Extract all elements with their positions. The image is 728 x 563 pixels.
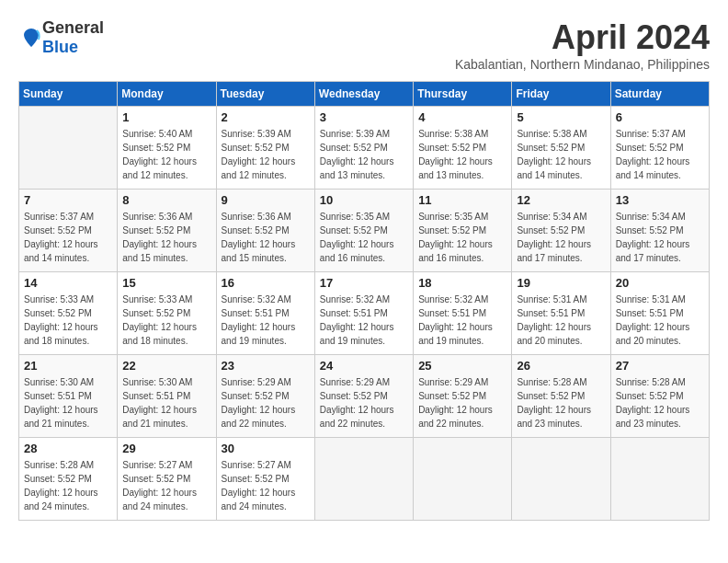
daylight-text-2: and 21 minutes.: [122, 417, 210, 431]
calendar-cell: 21Sunrise: 5:30 AMSunset: 5:51 PMDayligh…: [19, 355, 118, 438]
sunrise-text: Sunrise: 5:28 AM: [24, 458, 112, 472]
daylight-text: Daylight: 12 hours: [24, 320, 112, 334]
day-info: Sunrise: 5:39 AMSunset: 5:52 PMDaylight:…: [320, 127, 408, 182]
sunrise-text: Sunrise: 5:31 AM: [517, 293, 605, 306]
sunset-text: Sunset: 5:52 PM: [222, 224, 310, 237]
day-info: Sunrise: 5:35 AMSunset: 5:52 PMDaylight:…: [418, 210, 506, 265]
daylight-text-2: and 24 minutes.: [24, 500, 112, 513]
sunset-text: Sunset: 5:52 PM: [24, 472, 112, 486]
day-number: 8: [122, 193, 210, 207]
calendar-cell: 19Sunrise: 5:31 AMSunset: 5:51 PMDayligh…: [512, 272, 610, 355]
sunset-text: Sunset: 5:52 PM: [616, 389, 704, 403]
daylight-text-2: and 16 minutes.: [418, 251, 506, 265]
day-number: 9: [222, 193, 310, 207]
daylight-text: Daylight: 12 hours: [616, 155, 704, 168]
sunrise-text: Sunrise: 5:29 AM: [320, 375, 408, 389]
daylight-text: Daylight: 12 hours: [122, 486, 210, 500]
day-number: 10: [320, 193, 408, 207]
day-info: Sunrise: 5:36 AMSunset: 5:52 PMDaylight:…: [222, 210, 310, 265]
day-number: 19: [517, 276, 605, 290]
sunrise-text: Sunrise: 5:28 AM: [616, 375, 704, 389]
daylight-text-2: and 22 minutes.: [418, 417, 506, 431]
sunrise-text: Sunrise: 5:33 AM: [24, 293, 112, 306]
daylight-text: Daylight: 12 hours: [222, 486, 310, 500]
daylight-text-2: and 14 minutes.: [517, 168, 605, 182]
daylight-text: Daylight: 12 hours: [517, 320, 605, 334]
sunrise-text: Sunrise: 5:34 AM: [517, 210, 605, 224]
daylight-text-2: and 19 minutes.: [320, 334, 408, 348]
daylight-text: Daylight: 12 hours: [616, 237, 704, 251]
daylight-text-2: and 17 minutes.: [517, 251, 605, 265]
day-info: Sunrise: 5:27 AMSunset: 5:52 PMDaylight:…: [122, 458, 210, 513]
sunrise-text: Sunrise: 5:29 AM: [418, 375, 506, 389]
sunset-text: Sunset: 5:52 PM: [517, 389, 605, 403]
sunrise-text: Sunrise: 5:39 AM: [222, 127, 310, 141]
sunrise-text: Sunrise: 5:27 AM: [222, 458, 310, 472]
calendar-cell: [314, 438, 413, 521]
day-info: Sunrise: 5:27 AMSunset: 5:52 PMDaylight:…: [222, 458, 310, 513]
daylight-text: Daylight: 12 hours: [122, 155, 210, 168]
sunset-text: Sunset: 5:52 PM: [122, 472, 210, 486]
sunrise-text: Sunrise: 5:38 AM: [517, 127, 605, 141]
sunset-text: Sunset: 5:52 PM: [517, 224, 605, 237]
day-info: Sunrise: 5:35 AMSunset: 5:52 PMDaylight:…: [320, 210, 408, 265]
sunset-text: Sunset: 5:51 PM: [517, 306, 605, 320]
calendar-cell: 23Sunrise: 5:29 AMSunset: 5:52 PMDayligh…: [216, 355, 314, 438]
calendar-cell: 16Sunrise: 5:32 AMSunset: 5:51 PMDayligh…: [216, 272, 314, 355]
daylight-text-2: and 12 minutes.: [122, 168, 210, 182]
sunset-text: Sunset: 5:52 PM: [222, 472, 310, 486]
calendar-cell: 2Sunrise: 5:39 AMSunset: 5:52 PMDaylight…: [216, 107, 314, 190]
week-row-4: 28Sunrise: 5:28 AMSunset: 5:52 PMDayligh…: [19, 438, 710, 521]
daylight-text-2: and 12 minutes.: [222, 168, 310, 182]
daylight-text-2: and 19 minutes.: [222, 334, 310, 348]
weekday-header-monday: Monday: [118, 82, 216, 107]
daylight-text-2: and 13 minutes.: [320, 168, 408, 182]
calendar-cell: 20Sunrise: 5:31 AMSunset: 5:51 PMDayligh…: [610, 272, 709, 355]
sunset-text: Sunset: 5:52 PM: [418, 389, 506, 403]
sunset-text: Sunset: 5:52 PM: [24, 306, 112, 320]
daylight-text: Daylight: 12 hours: [320, 403, 408, 417]
day-number: 26: [517, 359, 605, 373]
day-number: 30: [222, 442, 310, 455]
calendar-cell: 8Sunrise: 5:36 AMSunset: 5:52 PMDaylight…: [118, 190, 216, 272]
calendar-cell: 6Sunrise: 5:37 AMSunset: 5:52 PMDaylight…: [610, 107, 709, 190]
sunrise-text: Sunrise: 5:36 AM: [222, 210, 310, 224]
daylight-text: Daylight: 12 hours: [122, 237, 210, 251]
sunset-text: Sunset: 5:52 PM: [616, 141, 704, 155]
day-info: Sunrise: 5:36 AMSunset: 5:52 PMDaylight:…: [122, 210, 210, 265]
weekday-header-sunday: Sunday: [19, 82, 118, 107]
day-number: 15: [122, 276, 210, 290]
daylight-text: Daylight: 12 hours: [616, 320, 704, 334]
sunset-text: Sunset: 5:52 PM: [222, 389, 310, 403]
day-info: Sunrise: 5:32 AMSunset: 5:51 PMDaylight:…: [320, 293, 408, 348]
sunset-text: Sunset: 5:52 PM: [418, 141, 506, 155]
day-info: Sunrise: 5:38 AMSunset: 5:52 PMDaylight:…: [517, 127, 605, 182]
sunrise-text: Sunrise: 5:27 AM: [122, 458, 210, 472]
day-number: 28: [24, 442, 112, 455]
calendar-cell: [512, 438, 610, 521]
weekday-header-thursday: Thursday: [414, 82, 512, 107]
day-number: 24: [320, 359, 408, 373]
calendar-cell: 24Sunrise: 5:29 AMSunset: 5:52 PMDayligh…: [314, 355, 413, 438]
calendar-cell: 14Sunrise: 5:33 AMSunset: 5:52 PMDayligh…: [19, 272, 118, 355]
sunset-text: Sunset: 5:52 PM: [24, 224, 112, 237]
daylight-text: Daylight: 12 hours: [517, 237, 605, 251]
day-number: 1: [122, 110, 210, 124]
month-title: April 2024: [455, 18, 710, 57]
daylight-text-2: and 15 minutes.: [122, 251, 210, 265]
sunset-text: Sunset: 5:52 PM: [320, 224, 408, 237]
daylight-text-2: and 20 minutes.: [517, 334, 605, 348]
day-number: 14: [24, 276, 112, 290]
calendar-cell: 29Sunrise: 5:27 AMSunset: 5:52 PMDayligh…: [118, 438, 216, 521]
calendar-cell: 28Sunrise: 5:28 AMSunset: 5:52 PMDayligh…: [19, 438, 118, 521]
daylight-text-2: and 19 minutes.: [418, 334, 506, 348]
calendar-cell: [19, 107, 118, 190]
calendar-cell: 9Sunrise: 5:36 AMSunset: 5:52 PMDaylight…: [216, 190, 314, 272]
sunrise-text: Sunrise: 5:30 AM: [122, 375, 210, 389]
day-number: 21: [24, 359, 112, 373]
sunset-text: Sunset: 5:52 PM: [122, 306, 210, 320]
day-info: Sunrise: 5:32 AMSunset: 5:51 PMDaylight:…: [222, 293, 310, 348]
day-number: 4: [418, 110, 506, 124]
calendar-cell: 5Sunrise: 5:38 AMSunset: 5:52 PMDaylight…: [512, 107, 610, 190]
sunset-text: Sunset: 5:51 PM: [122, 389, 210, 403]
